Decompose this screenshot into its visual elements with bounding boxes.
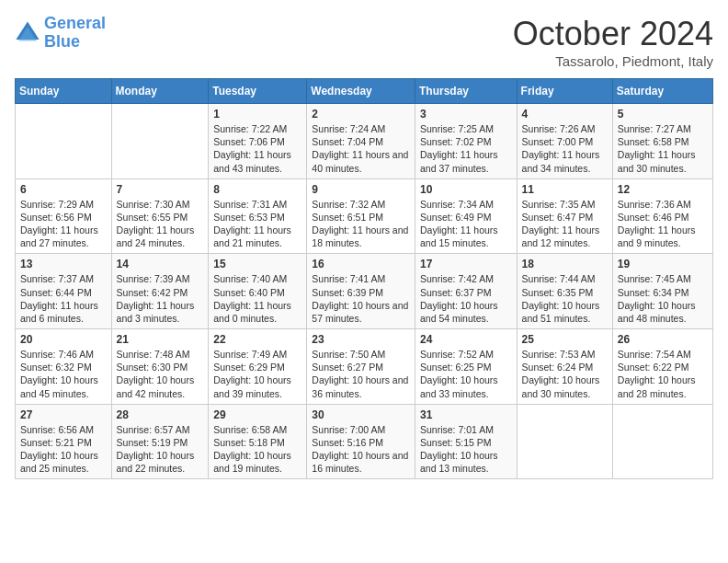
day-number: 14 bbox=[117, 258, 204, 270]
calendar-cell bbox=[111, 104, 209, 179]
calendar-cell: 26Sunrise: 7:54 AMSunset: 6:22 PMDayligh… bbox=[612, 329, 712, 405]
calendar-cell: 7Sunrise: 7:30 AMSunset: 6:55 PMDaylight… bbox=[111, 178, 209, 254]
calendar-cell: 15Sunrise: 7:40 AMSunset: 6:40 PMDayligh… bbox=[209, 254, 307, 329]
day-number: 1 bbox=[213, 108, 301, 121]
calendar-cell: 2Sunrise: 7:24 AMSunset: 7:04 PMDaylight… bbox=[307, 104, 415, 179]
day-info: Sunrise: 7:46 AMSunset: 6:32 PMDaylight:… bbox=[20, 348, 107, 400]
day-info: Sunrise: 6:58 AMSunset: 5:18 PMDaylight:… bbox=[213, 423, 301, 476]
day-header-wednesday: Wednesday bbox=[307, 79, 415, 104]
calendar-week-1: 1Sunrise: 7:22 AMSunset: 7:06 PMDaylight… bbox=[16, 104, 713, 179]
day-number: 20 bbox=[20, 333, 107, 346]
location-subtitle: Tassarolo, Piedmont, Italy bbox=[513, 53, 713, 69]
day-info: Sunrise: 7:31 AMSunset: 6:53 PMDaylight:… bbox=[213, 198, 301, 250]
day-number: 7 bbox=[117, 183, 204, 196]
day-number: 4 bbox=[522, 108, 608, 121]
day-info: Sunrise: 7:39 AMSunset: 6:42 PMDaylight:… bbox=[117, 272, 204, 325]
day-header-friday: Friday bbox=[517, 79, 612, 104]
calendar-cell: 24Sunrise: 7:52 AMSunset: 6:25 PMDayligh… bbox=[415, 329, 517, 405]
calendar-cell: 9Sunrise: 7:32 AMSunset: 6:51 PMDaylight… bbox=[307, 178, 415, 254]
day-number: 23 bbox=[312, 333, 410, 346]
title-area: October 2024 Tassarolo, Piedmont, Italy bbox=[513, 15, 713, 69]
day-number: 31 bbox=[420, 408, 512, 421]
day-number: 24 bbox=[420, 333, 512, 346]
day-info: Sunrise: 7:37 AMSunset: 6:44 PMDaylight:… bbox=[20, 272, 107, 325]
day-number: 21 bbox=[117, 333, 204, 346]
day-info: Sunrise: 6:56 AMSunset: 5:21 PMDaylight:… bbox=[20, 423, 107, 476]
calendar-cell: 1Sunrise: 7:22 AMSunset: 7:06 PMDaylight… bbox=[209, 104, 307, 179]
calendar-cell: 28Sunrise: 6:57 AMSunset: 5:19 PMDayligh… bbox=[111, 404, 209, 479]
calendar-week-5: 27Sunrise: 6:56 AMSunset: 5:21 PMDayligh… bbox=[16, 404, 713, 479]
day-info: Sunrise: 7:24 AMSunset: 7:04 PMDaylight:… bbox=[312, 122, 410, 175]
calendar-cell: 18Sunrise: 7:44 AMSunset: 6:35 PMDayligh… bbox=[517, 254, 612, 329]
calendar-cell: 16Sunrise: 7:41 AMSunset: 6:39 PMDayligh… bbox=[307, 254, 415, 329]
day-info: Sunrise: 7:52 AMSunset: 6:25 PMDaylight:… bbox=[420, 348, 512, 400]
calendar-cell bbox=[16, 104, 112, 179]
day-number: 2 bbox=[312, 108, 410, 121]
calendar-cell: 8Sunrise: 7:31 AMSunset: 6:53 PMDaylight… bbox=[209, 178, 307, 254]
day-info: Sunrise: 7:00 AMSunset: 5:16 PMDaylight:… bbox=[312, 423, 410, 476]
day-info: Sunrise: 7:36 AMSunset: 6:46 PMDaylight:… bbox=[618, 198, 708, 250]
day-number: 6 bbox=[20, 183, 107, 196]
day-info: Sunrise: 7:32 AMSunset: 6:51 PMDaylight:… bbox=[312, 198, 410, 250]
day-info: Sunrise: 7:54 AMSunset: 6:22 PMDaylight:… bbox=[618, 348, 708, 400]
day-number: 11 bbox=[522, 183, 608, 196]
calendar-cell: 11Sunrise: 7:35 AMSunset: 6:47 PMDayligh… bbox=[517, 178, 612, 254]
day-number: 19 bbox=[618, 258, 708, 270]
calendar-cell: 13Sunrise: 7:37 AMSunset: 6:44 PMDayligh… bbox=[16, 254, 112, 329]
calendar-cell bbox=[612, 404, 712, 479]
day-info: Sunrise: 7:22 AMSunset: 7:06 PMDaylight:… bbox=[213, 122, 301, 175]
day-info: Sunrise: 7:35 AMSunset: 6:47 PMDaylight:… bbox=[522, 198, 608, 250]
day-header-monday: Monday bbox=[111, 79, 209, 104]
calendar-cell: 29Sunrise: 6:58 AMSunset: 5:18 PMDayligh… bbox=[209, 404, 307, 479]
calendar-cell: 17Sunrise: 7:42 AMSunset: 6:37 PMDayligh… bbox=[415, 254, 517, 329]
calendar-cell: 14Sunrise: 7:39 AMSunset: 6:42 PMDayligh… bbox=[111, 254, 209, 329]
day-info: Sunrise: 7:50 AMSunset: 6:27 PMDaylight:… bbox=[312, 348, 410, 400]
page-header: General Blue October 2024 Tassarolo, Pie… bbox=[15, 15, 713, 69]
calendar-cell: 6Sunrise: 7:29 AMSunset: 6:56 PMDaylight… bbox=[16, 178, 112, 254]
day-number: 13 bbox=[20, 258, 107, 270]
calendar-week-3: 13Sunrise: 7:37 AMSunset: 6:44 PMDayligh… bbox=[16, 254, 713, 329]
day-number: 18 bbox=[522, 258, 608, 270]
calendar-cell: 12Sunrise: 7:36 AMSunset: 6:46 PMDayligh… bbox=[612, 178, 712, 254]
day-info: Sunrise: 7:01 AMSunset: 5:15 PMDaylight:… bbox=[420, 423, 512, 476]
calendar-cell: 30Sunrise: 7:00 AMSunset: 5:16 PMDayligh… bbox=[307, 404, 415, 479]
day-number: 10 bbox=[420, 183, 512, 196]
day-number: 22 bbox=[213, 333, 301, 346]
logo: General Blue bbox=[15, 15, 106, 52]
day-info: Sunrise: 6:57 AMSunset: 5:19 PMDaylight:… bbox=[117, 423, 204, 476]
day-info: Sunrise: 7:27 AMSunset: 6:58 PMDaylight:… bbox=[618, 122, 708, 175]
calendar-cell: 31Sunrise: 7:01 AMSunset: 5:15 PMDayligh… bbox=[415, 404, 517, 479]
day-number: 9 bbox=[312, 183, 410, 196]
calendar-table: SundayMondayTuesdayWednesdayThursdayFrid… bbox=[15, 78, 713, 479]
calendar-cell: 4Sunrise: 7:26 AMSunset: 7:00 PMDaylight… bbox=[517, 104, 612, 179]
calendar-cell: 21Sunrise: 7:48 AMSunset: 6:30 PMDayligh… bbox=[111, 329, 209, 405]
calendar-cell: 23Sunrise: 7:50 AMSunset: 6:27 PMDayligh… bbox=[307, 329, 415, 405]
calendar-cell: 19Sunrise: 7:45 AMSunset: 6:34 PMDayligh… bbox=[612, 254, 712, 329]
day-header-sunday: Sunday bbox=[16, 79, 112, 104]
logo-text: General Blue bbox=[44, 15, 106, 52]
day-header-saturday: Saturday bbox=[612, 79, 712, 104]
calendar-cell: 22Sunrise: 7:49 AMSunset: 6:29 PMDayligh… bbox=[209, 329, 307, 405]
day-info: Sunrise: 7:44 AMSunset: 6:35 PMDaylight:… bbox=[522, 272, 608, 325]
day-info: Sunrise: 7:48 AMSunset: 6:30 PMDaylight:… bbox=[117, 348, 204, 400]
calendar-week-4: 20Sunrise: 7:46 AMSunset: 6:32 PMDayligh… bbox=[16, 329, 713, 405]
day-info: Sunrise: 7:45 AMSunset: 6:34 PMDaylight:… bbox=[618, 272, 708, 325]
calendar-cell: 3Sunrise: 7:25 AMSunset: 7:02 PMDaylight… bbox=[415, 104, 517, 179]
day-header-tuesday: Tuesday bbox=[209, 79, 307, 104]
day-info: Sunrise: 7:42 AMSunset: 6:37 PMDaylight:… bbox=[420, 272, 512, 325]
day-number: 27 bbox=[20, 408, 107, 421]
calendar-cell: 25Sunrise: 7:53 AMSunset: 6:24 PMDayligh… bbox=[517, 329, 612, 405]
day-number: 12 bbox=[618, 183, 708, 196]
day-number: 16 bbox=[312, 258, 410, 270]
day-number: 8 bbox=[213, 183, 301, 196]
day-number: 5 bbox=[618, 108, 708, 121]
day-number: 30 bbox=[312, 408, 410, 421]
day-info: Sunrise: 7:30 AMSunset: 6:55 PMDaylight:… bbox=[117, 198, 204, 250]
logo-icon bbox=[15, 20, 40, 46]
day-number: 17 bbox=[420, 258, 512, 270]
calendar-header-row: SundayMondayTuesdayWednesdayThursdayFrid… bbox=[16, 79, 713, 104]
calendar-cell: 10Sunrise: 7:34 AMSunset: 6:49 PMDayligh… bbox=[415, 178, 517, 254]
day-info: Sunrise: 7:49 AMSunset: 6:29 PMDaylight:… bbox=[213, 348, 301, 400]
day-number: 28 bbox=[117, 408, 204, 421]
day-number: 29 bbox=[213, 408, 301, 421]
